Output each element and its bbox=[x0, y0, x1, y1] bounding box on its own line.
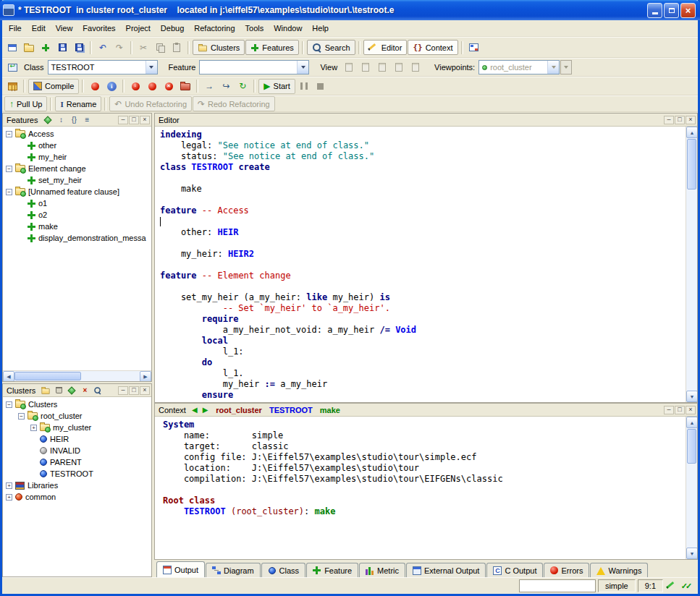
menu-help[interactable]: Help bbox=[307, 22, 334, 35]
scroll-left-icon[interactable]: ◀ bbox=[3, 371, 14, 382]
tree-item[interactable]: other bbox=[3, 140, 151, 151]
menu-tools[interactable]: Tools bbox=[240, 22, 269, 35]
tree-item-label[interactable]: Libraries bbox=[28, 481, 58, 490]
compile-button[interactable]: Compile bbox=[28, 79, 79, 94]
search-cluster-button[interactable] bbox=[92, 386, 104, 396]
tree-item[interactable]: −[Unnamed feature clause] bbox=[3, 186, 151, 197]
tree-item[interactable]: TESTROOT bbox=[3, 468, 151, 480]
panel-minimize-button[interactable]: – bbox=[118, 386, 128, 395]
compile-info-button[interactable]: i bbox=[104, 79, 119, 94]
add-cluster-button[interactable] bbox=[40, 386, 51, 396]
redo-refactoring-button[interactable]: ↷Redo Refactoring bbox=[193, 96, 275, 111]
tree-item-label[interactable]: o1 bbox=[38, 199, 47, 208]
minus-expander-icon[interactable]: − bbox=[6, 166, 12, 172]
history-forward-button[interactable]: ▶ bbox=[201, 406, 210, 414]
tree-item[interactable]: display_demonstration_messa bbox=[3, 232, 151, 244]
feature-new-button[interactable] bbox=[42, 115, 54, 125]
menu-view[interactable]: View bbox=[51, 22, 78, 35]
class-combobox[interactable]: TESTROOT bbox=[48, 60, 158, 74]
panel-close-button[interactable]: × bbox=[140, 116, 150, 124]
delete-button[interactable]: × bbox=[79, 386, 90, 396]
tree-item-label[interactable]: set_my_heir bbox=[38, 176, 82, 184]
plus-expander-icon[interactable]: + bbox=[6, 482, 12, 489]
scroll-down-icon[interactable]: ▼ bbox=[686, 548, 698, 559]
minus-expander-icon[interactable]: − bbox=[6, 131, 12, 137]
breadcrumb-item[interactable]: make bbox=[320, 406, 340, 414]
tree-item[interactable]: INVALID bbox=[3, 445, 151, 456]
tree-item[interactable]: PARENT bbox=[3, 456, 151, 468]
precompile-button[interactable] bbox=[177, 79, 193, 94]
tab-metric[interactable]: Metric bbox=[359, 563, 405, 577]
tree-item[interactable]: o2 bbox=[3, 209, 151, 221]
tree-item-label[interactable]: my_heir bbox=[38, 153, 67, 161]
features-hscrollbar[interactable]: ◀ ▶ bbox=[3, 370, 151, 381]
tab-c-output[interactable]: CC Output bbox=[486, 563, 543, 577]
viewpoints-combobox[interactable]: root_cluster bbox=[478, 60, 560, 74]
menu-edit[interactable]: Edit bbox=[27, 22, 51, 35]
pull-up-button[interactable]: ↑Pull Up bbox=[4, 96, 47, 111]
scrollbar-thumb[interactable] bbox=[687, 139, 696, 190]
paste-button[interactable] bbox=[169, 40, 185, 55]
menu-window[interactable]: Window bbox=[269, 22, 307, 35]
tree-item-label[interactable]: PARENT bbox=[50, 458, 82, 467]
panel-close-button[interactable]: × bbox=[686, 406, 696, 414]
step-into-button[interactable]: → bbox=[201, 79, 217, 94]
save-all-button[interactable] bbox=[71, 40, 87, 55]
view-flat-contract-button[interactable] bbox=[408, 60, 423, 75]
editor-code[interactable]: indexing legal: "See notice at end of cl… bbox=[155, 127, 686, 402]
search-button[interactable]: Search bbox=[307, 40, 355, 55]
panel-minimize-button[interactable]: – bbox=[664, 406, 674, 414]
new-item-button[interactable] bbox=[38, 40, 54, 55]
tab-warnings[interactable]: Warnings bbox=[590, 563, 648, 577]
view-flat-button[interactable] bbox=[358, 60, 374, 75]
open-button[interactable] bbox=[21, 40, 37, 55]
panel-close-button[interactable]: × bbox=[140, 386, 150, 395]
context-button[interactable]: {}Context bbox=[408, 40, 457, 55]
tree-item[interactable]: +my_cluster bbox=[3, 422, 151, 433]
new-window-button[interactable] bbox=[4, 40, 20, 55]
tab-output[interactable]: Output bbox=[156, 561, 205, 577]
run-refresh-button[interactable]: ↻ bbox=[235, 79, 250, 94]
tree-item[interactable]: −Clusters bbox=[3, 399, 151, 410]
panel-close-button[interactable]: × bbox=[686, 116, 696, 124]
editor-button[interactable]: Editor bbox=[363, 40, 408, 55]
tab-feature[interactable]: Feature bbox=[306, 563, 358, 577]
panel-minimize-button[interactable]: – bbox=[664, 116, 674, 124]
scroll-right-icon[interactable]: ▶ bbox=[140, 371, 151, 382]
panel-maximize-button[interactable]: □ bbox=[675, 406, 685, 414]
status-input[interactable] bbox=[519, 579, 596, 592]
context-output[interactable]: System name: simple target: classic conf… bbox=[155, 417, 686, 559]
tree-item[interactable]: set_my_heir bbox=[3, 174, 151, 186]
discard-assertions-button[interactable] bbox=[161, 79, 177, 94]
scrollbar-thumb[interactable] bbox=[14, 372, 81, 380]
menu-debug[interactable]: Debug bbox=[156, 22, 189, 35]
tree-item-label[interactable]: o2 bbox=[38, 210, 47, 219]
viewpoints-extra-dropdown[interactable] bbox=[560, 60, 572, 74]
project-settings-button[interactable] bbox=[4, 79, 20, 94]
copy-button[interactable] bbox=[152, 40, 168, 55]
panel-minimize-button[interactable]: – bbox=[118, 116, 128, 124]
tree-item-label[interactable]: root_cluster bbox=[41, 412, 82, 420]
tree-item-label[interactable]: my_cluster bbox=[53, 423, 91, 432]
feature-sort-button[interactable]: ↕ bbox=[55, 115, 67, 125]
redo-button[interactable]: ↷ bbox=[111, 40, 127, 55]
diagram-tool-button[interactable] bbox=[466, 40, 482, 55]
tree-item-label[interactable]: display_demonstration_messa bbox=[38, 234, 146, 242]
plus-expander-icon[interactable]: + bbox=[30, 425, 37, 431]
stop-button[interactable] bbox=[313, 79, 329, 94]
context-vscrollbar[interactable]: ▲ ▼ bbox=[686, 417, 697, 559]
tree-item-label[interactable]: make bbox=[38, 222, 58, 231]
tree-item-label[interactable]: other bbox=[38, 141, 56, 150]
panel-maximize-button[interactable]: □ bbox=[129, 386, 139, 395]
menu-favorites[interactable]: Favorites bbox=[77, 22, 120, 35]
view-interface-button[interactable] bbox=[391, 60, 407, 75]
cluster-properties-button[interactable] bbox=[66, 386, 77, 396]
save-button[interactable] bbox=[54, 40, 70, 55]
tab-errors[interactable]: Errors bbox=[544, 563, 589, 577]
tree-item-label[interactable]: HEIR bbox=[50, 435, 69, 443]
clusters-button[interactable]: Clusters bbox=[193, 40, 245, 55]
features-button[interactable]: Features bbox=[245, 40, 298, 55]
chevron-down-icon[interactable] bbox=[297, 61, 308, 74]
view-text-button[interactable] bbox=[341, 60, 357, 75]
feature-signature-button[interactable]: {} bbox=[68, 115, 80, 125]
